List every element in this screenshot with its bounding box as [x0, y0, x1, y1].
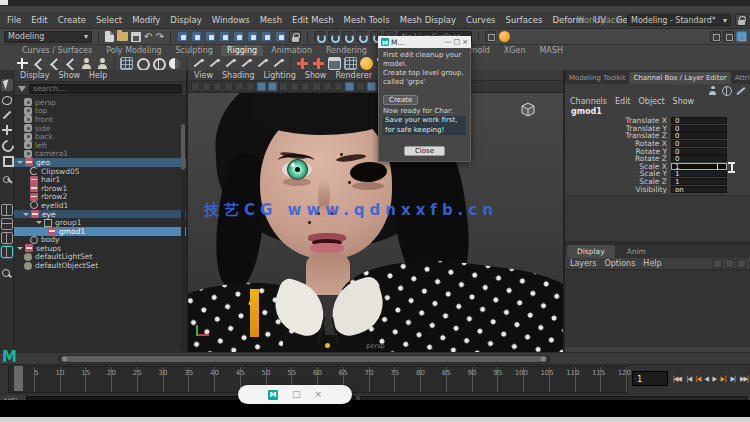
- timeline-tick[interactable]: 75: [370, 367, 396, 392]
- viewport-icon-use-lights[interactable]: [290, 82, 299, 91]
- outliner-search-input[interactable]: [29, 84, 182, 94]
- select-object-icon[interactable]: [191, 31, 202, 42]
- outliner-item-side[interactable]: side: [14, 124, 186, 133]
- channel-value-field[interactable]: 0: [671, 148, 727, 155]
- step-forward-frame-button[interactable]: ▶|: [730, 375, 735, 383]
- viewport-menu-shading[interactable]: Shading: [222, 71, 255, 80]
- select-mask-lines-icon[interactable]: [233, 31, 244, 42]
- timeline-tick[interactable]: 120: [601, 367, 627, 392]
- current-frame-marker[interactable]: [14, 366, 23, 391]
- viewport-icon-screen-ao[interactable]: [312, 82, 321, 91]
- timeline-tick[interactable]: 25: [112, 367, 138, 392]
- select-mask-points-icon[interactable]: [219, 31, 230, 42]
- select-tool-icon[interactable]: [1, 79, 13, 91]
- options-menu[interactable]: Options: [604, 259, 635, 268]
- save-scene-icon[interactable]: [131, 32, 141, 42]
- outliner-menu-display[interactable]: Display: [20, 71, 50, 80]
- timeline-tick[interactable]: 20: [86, 367, 112, 392]
- viewport-menu-show[interactable]: Show: [305, 71, 327, 80]
- range-slider-track[interactable]: [58, 355, 550, 363]
- toggle-tool-settings-icon[interactable]: [723, 31, 734, 42]
- layout-outliner-persp-icon[interactable]: [1, 246, 13, 258]
- wrap-deformer-icon[interactable]: [152, 57, 165, 70]
- select-hierarchy-icon[interactable]: [177, 31, 188, 42]
- lock-workspace-icon[interactable]: [735, 14, 747, 26]
- menu-mesh[interactable]: Mesh: [260, 15, 282, 25]
- paint-skin-weights-icon[interactable]: [224, 57, 237, 70]
- timeline-tick[interactable]: 10: [35, 367, 61, 392]
- menu-edit-mesh[interactable]: Edit Mesh: [292, 15, 334, 25]
- viewport-icon-xray-joints[interactable]: [367, 82, 376, 91]
- go-to-end-button[interactable]: ▶▶|: [740, 375, 748, 383]
- layer-tab-display[interactable]: Display: [567, 245, 615, 258]
- menu-display[interactable]: Display: [170, 15, 201, 25]
- select-mask-dynamics-icon[interactable]: [261, 31, 272, 42]
- shelf-tab-rendering[interactable]: Rendering: [320, 45, 373, 56]
- viewport-icon-shadows[interactable]: [301, 82, 310, 91]
- menu-edit[interactable]: Edit: [31, 15, 47, 25]
- timeline-tick[interactable]: 105: [524, 367, 550, 392]
- outliner-item-clipswd05[interactable]: Clipswd05: [14, 167, 186, 176]
- channel-value-field[interactable]: 0: [671, 155, 727, 162]
- outliner-item-back[interactable]: back: [14, 132, 186, 141]
- snap-curve-icon[interactable]: [328, 31, 339, 42]
- construction-history-icon[interactable]: [485, 31, 496, 42]
- timeline-tick[interactable]: 80: [395, 367, 421, 392]
- new-empty-layer-icon[interactable]: [713, 259, 722, 268]
- channel-value-field[interactable]: 0: [671, 132, 727, 139]
- outliner-item-setups[interactable]: setups: [14, 244, 186, 253]
- zoom-layout-icon[interactable]: [1, 268, 13, 280]
- speed-state-icon[interactable]: [736, 86, 745, 95]
- channel-value-field-active[interactable]: 1: [671, 163, 727, 170]
- object-menu[interactable]: Object: [639, 97, 665, 106]
- shelf-tab-xgen[interactable]: XGen: [498, 45, 532, 56]
- channel-value-field[interactable]: 0: [671, 140, 727, 147]
- range-handle-end[interactable]: [541, 357, 545, 361]
- menu-set-selector[interactable]: Modeling▾: [4, 31, 92, 43]
- maximize-icon[interactable]: □: [292, 390, 301, 399]
- pose-editor-icon[interactable]: [344, 57, 357, 70]
- tab-modeling-toolkit[interactable]: Modeling Toolkit: [565, 72, 629, 84]
- edit-menu[interactable]: Edit: [615, 97, 631, 106]
- move-tool-icon[interactable]: [1, 124, 13, 136]
- outliner-menu-show[interactable]: Show: [59, 71, 81, 80]
- layout-single-pane-icon[interactable]: [1, 204, 13, 216]
- smooth-skin-icon[interactable]: [272, 57, 285, 70]
- step-back-key-button[interactable]: [◀: [695, 375, 700, 383]
- current-frame-field[interactable]: 1: [632, 371, 668, 386]
- expand-arrow-icon[interactable]: [36, 221, 42, 224]
- viewport-icon-xray[interactable]: [356, 82, 365, 91]
- step-back-frame-button[interactable]: |◀: [686, 375, 691, 383]
- timeline-tick[interactable]: 100: [498, 367, 524, 392]
- layout-split-pane-icon[interactable]: [1, 232, 13, 244]
- range-slider-bar[interactable]: [61, 356, 547, 362]
- tab-attribute-editor[interactable]: Attribute Editor: [731, 72, 750, 84]
- timeline-tick[interactable]: 115: [576, 367, 602, 392]
- mirror-skin-weights-icon[interactable]: [240, 57, 253, 70]
- select-component-icon[interactable]: [205, 31, 216, 42]
- open-scene-icon[interactable]: [117, 32, 128, 41]
- humanik-icon[interactable]: [96, 57, 109, 70]
- toggle-channel-box-icon[interactable]: [736, 31, 747, 42]
- timeline-tick[interactable]: 110: [550, 367, 576, 392]
- create-joint-icon[interactable]: [16, 57, 29, 70]
- menu-create[interactable]: Create: [58, 15, 86, 25]
- channels-menu[interactable]: Channels: [570, 97, 607, 106]
- viewport-icon-multisample[interactable]: [334, 82, 343, 91]
- lattice-icon[interactable]: [120, 57, 133, 70]
- expand-arrow-icon[interactable]: [17, 247, 23, 250]
- menu-windows[interactable]: Windows: [212, 15, 250, 25]
- viewport-icon-image-plane[interactable]: [224, 82, 233, 91]
- viewport-canvas[interactable]: 技艺CG www.qdnxxfb.cn persp: [188, 93, 563, 352]
- add-influence-icon[interactable]: [296, 57, 309, 70]
- outliner-item-left[interactable]: left: [14, 141, 186, 150]
- new-layer-selected-icon[interactable]: [725, 259, 734, 268]
- render-icon[interactable]: [499, 31, 510, 42]
- close-icon[interactable]: ×: [314, 390, 322, 399]
- quick-rig-icon[interactable]: [80, 57, 93, 70]
- show-menu[interactable]: Show: [673, 97, 695, 106]
- lock-selection-icon[interactable]: [289, 31, 301, 43]
- outliner-item-hair1[interactable]: hair1: [14, 175, 186, 184]
- viewport-icon-lock-camera[interactable]: [202, 82, 211, 91]
- shelf-tab-rigging[interactable]: Rigging: [221, 45, 263, 56]
